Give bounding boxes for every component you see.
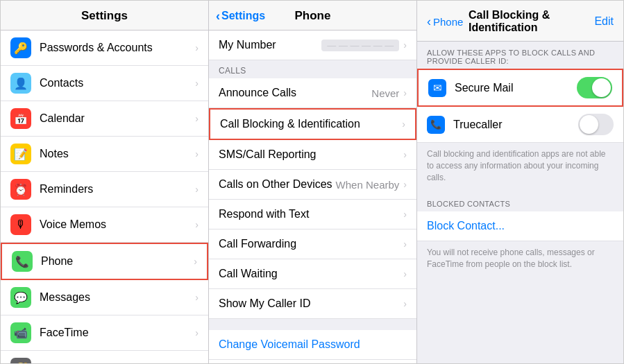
secure-mail-toggle[interactable] xyxy=(577,77,612,98)
calls-other-row[interactable]: Calls on Other Devices When Nearby › xyxy=(209,170,416,200)
notes-chevron: › xyxy=(195,148,199,159)
sidebar-item-voice-memos[interactable]: 🎙Voice Memos› xyxy=(1,207,208,243)
truecaller-toggle-thumb xyxy=(580,115,598,134)
call-forwarding-chevron: › xyxy=(403,239,407,250)
back-chevron-icon: ‹ xyxy=(427,15,431,29)
calls-other-chevron: › xyxy=(403,179,407,190)
sidebar-item-contacts[interactable]: 👤Contacts› xyxy=(1,66,208,101)
voice-memos-icon: 🎙 xyxy=(10,214,31,235)
secure-mail-icon: ✉ xyxy=(428,79,446,97)
call-blocking-header: ‹ Phone Call Blocking & Identification E… xyxy=(417,1,623,42)
call-waiting-label: Call Waiting xyxy=(219,268,403,280)
messages-label: Messages xyxy=(40,291,195,304)
show-caller-id-chevron: › xyxy=(403,298,407,309)
reminders-chevron: › xyxy=(195,184,199,195)
voice-memos-label: Voice Memos xyxy=(40,218,195,231)
phone-list: My Number — — — — — — › CALLS Announce C… xyxy=(209,31,416,363)
sms-reporting-label: SMS/Call Reporting xyxy=(219,148,403,161)
call-blocking-back-button[interactable]: ‹ Phone xyxy=(427,15,469,29)
phone-title: Phone xyxy=(295,9,331,23)
truecaller-row[interactable]: 📞 Truecaller xyxy=(417,107,623,143)
contacts-label: Contacts xyxy=(40,77,195,89)
passwords-icon: 🔑 xyxy=(10,37,31,58)
passwords-label: Passwords & Accounts xyxy=(40,42,195,54)
respond-text-label: Respond with Text xyxy=(219,208,403,220)
blocked-contacts-section-label: BLOCKED CONTACTS xyxy=(417,193,623,211)
settings-title: Settings xyxy=(81,9,128,22)
secure-mail-row[interactable]: ✉ Secure Mail xyxy=(417,69,623,107)
secure-mail-toggle-thumb xyxy=(592,78,611,97)
sidebar-item-messages[interactable]: 💬Messages› xyxy=(1,280,208,315)
facetime-icon: 📹 xyxy=(10,322,31,343)
allow-apps-section-label: ALLOW THESE APPS TO BLOCK CALLS AND PROV… xyxy=(417,42,623,69)
reminders-label: Reminders xyxy=(40,183,195,196)
phone-nav-header: ‹ Settings Phone xyxy=(209,1,416,31)
sidebar-item-calendar[interactable]: 📅Calendar› xyxy=(1,101,208,137)
sidebar-item-phone[interactable]: 📞Phone› xyxy=(1,243,208,280)
call-waiting-row[interactable]: Call Waiting › xyxy=(209,259,416,289)
call-blocking-title: Call Blocking & Identification xyxy=(469,9,586,34)
notes-label: Notes xyxy=(40,148,195,160)
dial-assist-row[interactable]: Dial Assist xyxy=(209,360,416,363)
respond-text-row[interactable]: Respond with Text › xyxy=(209,200,416,229)
block-contact-row[interactable]: Block Contact... xyxy=(417,211,623,241)
passwords-chevron: › xyxy=(195,42,199,53)
messages-icon: 💬 xyxy=(10,287,31,308)
announce-calls-value: Never xyxy=(371,87,399,99)
my-number-chevron: › xyxy=(403,40,407,51)
phone-chevron: › xyxy=(194,256,197,267)
call-blocking-chevron: › xyxy=(402,119,405,130)
my-number-row[interactable]: My Number — — — — — — › xyxy=(209,31,416,60)
contacts-icon: 👤 xyxy=(10,73,31,94)
show-caller-id-label: Show My Caller ID xyxy=(219,297,403,310)
sidebar-item-notes[interactable]: 📝Notes› xyxy=(1,137,208,172)
compass-chevron: › xyxy=(195,363,199,363)
call-blocking-content: ALLOW THESE APPS TO BLOCK CALLS AND PROV… xyxy=(417,42,623,363)
notes-icon: 📝 xyxy=(10,144,31,164)
block-info-text: You will not receive phone calls, messag… xyxy=(417,241,623,276)
sms-reporting-row[interactable]: SMS/Call Reporting › xyxy=(209,140,416,170)
calendar-chevron: › xyxy=(195,113,199,124)
show-caller-id-row[interactable]: Show My Caller ID › xyxy=(209,289,416,319)
sidebar-item-reminders[interactable]: ⏰Reminders› xyxy=(1,172,208,207)
settings-header: Settings xyxy=(1,1,208,31)
secure-mail-label: Secure Mail xyxy=(455,82,577,94)
calls-other-label: Calls on Other Devices xyxy=(219,178,336,191)
call-forwarding-row[interactable]: Call Forwarding › xyxy=(209,229,416,259)
call-blocking-row[interactable]: Call Blocking & Identification › xyxy=(209,108,416,140)
calls-section-header: CALLS xyxy=(209,60,416,78)
call-blocking-back-label: Phone xyxy=(433,16,463,28)
call-waiting-chevron: › xyxy=(403,268,407,279)
reminders-icon: ⏰ xyxy=(10,179,31,200)
compass-icon: 🧭 xyxy=(10,358,31,363)
facetime-label: FaceTime xyxy=(40,327,195,339)
contacts-chevron: › xyxy=(195,78,199,89)
settings-list: 🔑Passwords & Accounts›👤Contacts›📅Calenda… xyxy=(1,31,208,363)
block-contact-label: Block Contact... xyxy=(427,220,505,232)
truecaller-icon: 📞 xyxy=(427,116,445,134)
voice-memos-chevron: › xyxy=(195,219,199,230)
announce-calls-chevron: › xyxy=(403,87,407,98)
edit-button[interactable]: Edit xyxy=(586,15,614,28)
facetime-chevron: › xyxy=(195,327,199,338)
change-voicemail-row[interactable]: Change Voicemail Password xyxy=(209,330,416,360)
call-blocking-column: ‹ Phone Call Blocking & Identification E… xyxy=(417,1,623,363)
sidebar-item-facetime[interactable]: 📹FaceTime› xyxy=(1,315,208,351)
change-voicemail-label: Change Voicemail Password xyxy=(219,338,407,351)
sidebar-item-compass[interactable]: 🧭Compass› xyxy=(1,351,208,363)
phone-back-button[interactable]: ‹ Settings xyxy=(216,9,265,24)
respond-text-chevron: › xyxy=(403,209,407,220)
calls-other-value: When Nearby xyxy=(336,179,400,191)
call-blocking-label: Call Blocking & Identification xyxy=(220,118,402,130)
call-forwarding-label: Call Forwarding xyxy=(219,238,403,250)
announce-calls-row[interactable]: Announce Calls Never › xyxy=(209,78,416,108)
truecaller-toggle[interactable] xyxy=(578,114,614,135)
truecaller-label: Truecaller xyxy=(453,119,578,131)
phone-icon: 📞 xyxy=(12,251,33,272)
back-chevron-icon: ‹ xyxy=(216,9,220,24)
call-blocking-info-text: Call blocking and identification apps ar… xyxy=(417,143,623,189)
sms-chevron: › xyxy=(403,149,407,160)
sidebar-item-passwords[interactable]: 🔑Passwords & Accounts› xyxy=(1,31,208,66)
messages-chevron: › xyxy=(195,292,199,303)
phone-column: ‹ Settings Phone My Number — — — — — — ›… xyxy=(209,1,417,363)
